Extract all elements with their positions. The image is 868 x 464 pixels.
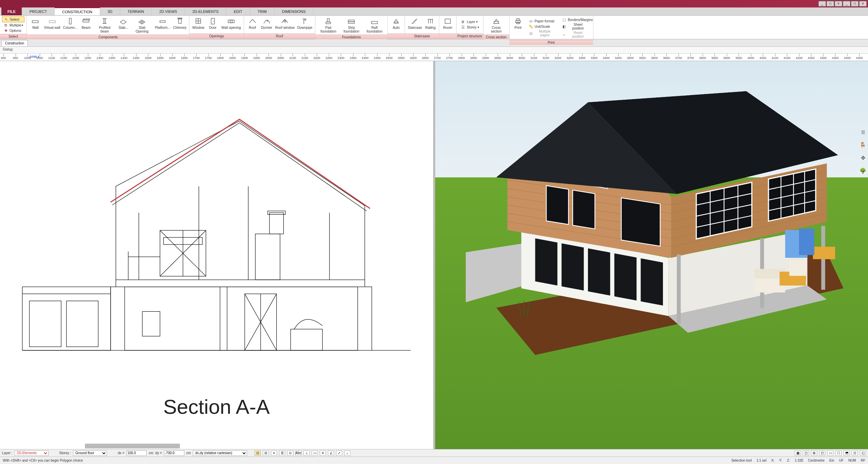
view-btn-2[interactable]: ◫ bbox=[803, 450, 809, 456]
window-close[interactable]: × bbox=[859, 1, 867, 6]
3d-view-pane[interactable] bbox=[435, 61, 868, 449]
tab-project[interactable]: PROJECT bbox=[22, 7, 55, 15]
view-btn-8[interactable]: ⊡ bbox=[852, 450, 858, 456]
roof-button[interactable]: Roof bbox=[245, 16, 260, 33]
view-btn-5[interactable]: ▭ bbox=[827, 450, 833, 456]
profiled-beam-button[interactable]: Profiled beam bbox=[93, 16, 116, 34]
dormer-button[interactable]: Dormer bbox=[260, 16, 274, 33]
cross-section-button[interactable]: Cross section bbox=[485, 16, 508, 34]
dormer-icon bbox=[262, 17, 271, 25]
tab-trim[interactable]: TRIM bbox=[250, 7, 275, 15]
tab-file[interactable]: FILE bbox=[1, 7, 22, 15]
multiple-select-button[interactable]: ⧉Multiple▾ bbox=[2, 22, 24, 28]
raft-foundation-button[interactable]: Raft foundation bbox=[363, 16, 386, 34]
coord-mode-select[interactable]: dx,dy (relative cartesian) bbox=[193, 450, 247, 456]
auto-button[interactable]: Auto bbox=[389, 16, 403, 33]
tab-3d[interactable]: 3D bbox=[100, 7, 120, 15]
move-panel-icon[interactable]: ✥ bbox=[860, 155, 866, 161]
dx-input[interactable] bbox=[126, 450, 147, 456]
main-menu-tabs: FILE PROJECT CONSTRUCTION 3D TERRAIN 2D … bbox=[0, 7, 868, 16]
dropdown-arrow-icon: ▾ bbox=[478, 26, 479, 29]
horizontal-ruler[interactable]: -1046,4 90095010001050110011501200125013… bbox=[0, 54, 868, 61]
print-button[interactable]: Print bbox=[511, 16, 525, 39]
snap-rect-icon[interactable]: ▭ bbox=[312, 450, 318, 456]
paper-format-button[interactable]: ▭Paper format bbox=[527, 18, 556, 24]
staircase-button[interactable]: Staircase bbox=[406, 16, 423, 33]
view-btn-7[interactable]: ⬒ bbox=[844, 450, 850, 456]
strip-foundation-button[interactable]: Strip foundation bbox=[340, 16, 363, 34]
plant-panel-icon[interactable]: 🌳 bbox=[860, 168, 866, 174]
view-btn-9[interactable]: ◱ bbox=[860, 450, 866, 456]
door-button[interactable]: Door bbox=[206, 16, 220, 33]
window-minimize[interactable]: _ bbox=[843, 1, 850, 6]
snap-midpoint-icon[interactable]: ⊟ bbox=[263, 450, 269, 456]
reset-position-button[interactable]: ●Reset position bbox=[560, 31, 590, 39]
staircase-icon bbox=[410, 17, 419, 25]
wall-button[interactable]: Wall bbox=[28, 16, 42, 34]
layer-select[interactable]: 2D-Elemente bbox=[15, 450, 49, 456]
tab-dimensions[interactable]: DIMENSIONS bbox=[275, 7, 314, 15]
tab-2d-views[interactable]: 2D VIEWS bbox=[152, 7, 185, 15]
tab-edit[interactable]: EDIT bbox=[226, 7, 250, 15]
window-button[interactable]: Window bbox=[191, 16, 206, 33]
unit-scale-button[interactable]: 📏Unit/Scale bbox=[527, 24, 556, 29]
snap-intersect-icon[interactable]: ✕ bbox=[320, 450, 326, 456]
snap-angle-icon[interactable]: ∠ bbox=[328, 450, 334, 456]
virtual-wall-button[interactable]: Virtual wall bbox=[42, 16, 61, 34]
profiled-beam-icon bbox=[100, 17, 109, 25]
slab-button[interactable]: Slab... bbox=[116, 16, 130, 34]
section-view-pane[interactable]: Section A-A bbox=[0, 61, 435, 449]
options-button[interactable]: ✚Options bbox=[2, 28, 24, 33]
window-close-doc[interactable]: × bbox=[835, 1, 842, 6]
snap-expand-icon[interactable]: ⤢ bbox=[336, 450, 342, 456]
layers-panel-icon[interactable]: ≣ bbox=[860, 129, 866, 136]
dropdown-arrow-icon: ▾ bbox=[22, 24, 23, 27]
railing-button[interactable]: Railing bbox=[423, 16, 438, 33]
platform-button[interactable]: Platform... bbox=[153, 16, 172, 34]
horizontal-scrollbar[interactable] bbox=[85, 444, 180, 448]
room-button[interactable]: Room bbox=[441, 16, 455, 33]
sheet-position-button[interactable]: ◧Sheet position bbox=[560, 22, 590, 31]
window-restore[interactable]: □ bbox=[851, 1, 858, 6]
window-minimize-doc[interactable]: _ bbox=[818, 1, 826, 6]
snap-grid-icon[interactable]: ≡ bbox=[271, 450, 277, 456]
furniture-panel-icon[interactable]: 🪑 bbox=[860, 142, 866, 149]
borders-icon: ▢ bbox=[562, 17, 567, 22]
borders-margins-button[interactable]: ▢Borders/Margins bbox=[560, 17, 590, 22]
pad-foundation-button[interactable]: Pad foundation bbox=[317, 16, 340, 34]
snap-lines-icon[interactable]: ☰ bbox=[279, 450, 285, 456]
storey-select[interactable]: Ground floor bbox=[73, 450, 107, 456]
status-sel: 1:1 sel bbox=[756, 459, 766, 462]
snap-perp-icon[interactable]: ⟂ bbox=[344, 450, 350, 456]
roof-window-button[interactable]: Roof window bbox=[274, 16, 296, 33]
room-icon bbox=[443, 17, 452, 25]
view-btn-6[interactable]: ☐ bbox=[835, 450, 842, 456]
view-btn-1[interactable]: ▦ bbox=[795, 450, 801, 456]
snap-ortho-icon[interactable]: ⊥ bbox=[303, 450, 310, 456]
multiple-pages-button[interactable]: ▤Multiple pages bbox=[527, 29, 556, 37]
tab-terrain[interactable]: TERRAIN bbox=[120, 7, 152, 15]
tab-2d-elements[interactable]: 2D-ELEMENTS bbox=[185, 7, 226, 15]
snap-center-icon[interactable]: ⊙ bbox=[287, 450, 293, 456]
layer-button[interactable]: ≣Layer▾ bbox=[459, 19, 480, 25]
chimney-button[interactable]: Chimney bbox=[172, 16, 188, 34]
column-button[interactable]: Column... bbox=[62, 16, 79, 34]
snap-text-icon[interactable]: Abc bbox=[295, 450, 301, 456]
downpipe-icon bbox=[300, 17, 309, 25]
ribbon-group-staircases: Staircase Railing Staircases bbox=[405, 16, 439, 39]
beam-button[interactable]: Beam bbox=[79, 16, 93, 34]
select-button[interactable]: ↖Select bbox=[2, 16, 24, 22]
storey-button[interactable]: ☰Storey▾ bbox=[459, 25, 480, 30]
dy-input[interactable] bbox=[164, 450, 184, 456]
downpipe-button[interactable]: Downpipe bbox=[296, 16, 314, 33]
view-btn-3[interactable]: ⊞ bbox=[811, 450, 817, 456]
slab-opening-icon bbox=[137, 17, 146, 25]
view-btn-4[interactable]: ◰ bbox=[819, 450, 825, 456]
snap-endpoint-icon[interactable]: ⊡ bbox=[255, 450, 261, 456]
svg-rect-14 bbox=[327, 19, 329, 22]
subtab-construction[interactable]: Construction bbox=[1, 40, 28, 46]
tab-construction[interactable]: CONSTRUCTION bbox=[55, 7, 100, 15]
window-restore-doc[interactable]: □ bbox=[827, 1, 834, 6]
wall-opening-button[interactable]: Wall opening bbox=[220, 16, 242, 33]
slab-opening-button[interactable]: Slab Opening bbox=[130, 16, 153, 34]
